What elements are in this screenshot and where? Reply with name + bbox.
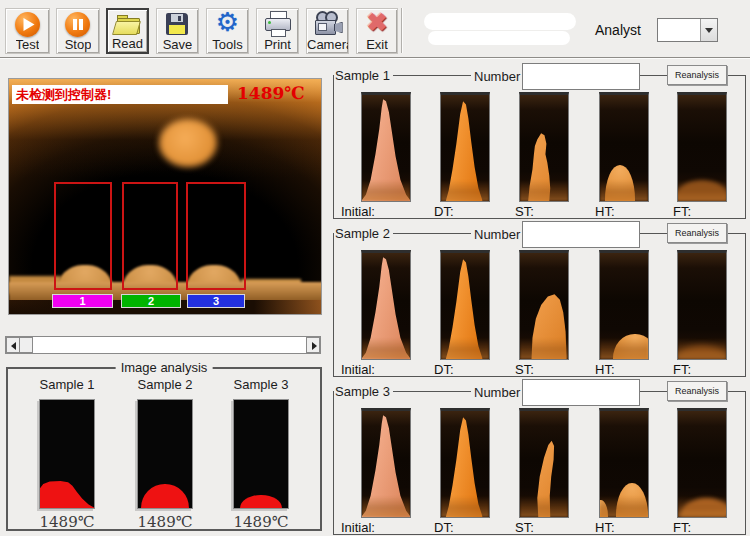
analyst-dropdown[interactable]	[657, 18, 718, 42]
test-button[interactable]: Test	[5, 8, 50, 54]
ia-sample1-thumbnail	[39, 399, 95, 509]
sample1-group: Sample 1 Number Reanalysis Initial: DT: …	[333, 75, 746, 219]
analyst-label: Analyst	[595, 22, 641, 38]
cone-shape	[362, 253, 410, 359]
stage-label-initial: Initial:	[341, 362, 375, 377]
sample2-dt-thumb	[440, 250, 490, 360]
cone-shape	[605, 165, 635, 201]
ia-sample1-temperature: 1489℃	[35, 513, 99, 531]
print-button-label: Print	[264, 37, 291, 53]
print-button[interactable]: Print	[256, 8, 299, 54]
sample2-reanalysis-button[interactable]: Reanalysis	[667, 223, 727, 243]
ia-sample2-temperature: 1489℃	[133, 513, 197, 531]
sample-marker-3: 3	[187, 294, 245, 308]
segmented-cone-shape	[240, 495, 281, 508]
play-icon	[14, 11, 42, 38]
furnace-glow	[159, 119, 217, 167]
printer-icon	[264, 11, 292, 38]
sample2-ft-thumb	[677, 250, 727, 360]
segmented-cone-shape	[141, 484, 189, 508]
image-analysis-group: Image analysis Sample 1 Sample 2 Sample …	[6, 367, 322, 531]
roi-rectangle-2[interactable]	[122, 182, 178, 290]
stage-label-ft: FT:	[673, 520, 691, 535]
stage-label-dt: DT:	[434, 204, 454, 219]
ia-sample1-label: Sample 1	[27, 377, 107, 392]
sample2-number-input[interactable]	[522, 221, 640, 248]
cone-shape	[599, 500, 608, 517]
ia-sample3-label: Sample 3	[221, 377, 301, 392]
stop-button-label: Stop	[65, 37, 92, 53]
stage-label-initial: Initial:	[341, 520, 375, 535]
roi-rectangle-1[interactable]	[54, 182, 112, 290]
image-analysis-title: Image analysis	[116, 360, 213, 375]
sample3-number-label: Number	[471, 385, 523, 400]
cone-shape	[677, 346, 727, 359]
toolbar-separator	[401, 8, 403, 53]
close-x-icon: ✖	[363, 11, 391, 38]
sample2-group: Sample 2 Number Reanalysis Initial: DT: …	[333, 233, 746, 377]
camera-button[interactable]: Camera	[306, 8, 349, 54]
ia-sample2-thumbnail	[137, 399, 193, 509]
camera-button-label: Camera	[307, 37, 348, 53]
sample1-dt-thumb	[440, 92, 490, 202]
cone-shape	[520, 411, 568, 517]
sample1-reanalysis-button[interactable]: Reanalysis	[667, 65, 727, 85]
stage-label-st: ST:	[515, 520, 534, 535]
sample1-ft-thumb	[677, 92, 727, 202]
furnace-camera-view[interactable]: 1 2 3 未检测到控制器! 1489℃	[8, 78, 322, 315]
sample3-dt-thumb	[440, 408, 490, 518]
stage-label-st: ST:	[515, 362, 534, 377]
stage-label-ft: FT:	[673, 362, 691, 377]
sample-marker-2: 2	[121, 294, 181, 308]
ia-sample2-label: Sample 2	[125, 377, 205, 392]
save-button-label: Save	[163, 37, 193, 53]
cone-shape	[441, 411, 489, 517]
stage-label-dt: DT:	[434, 362, 454, 377]
read-button[interactable]: Read	[106, 8, 149, 54]
tools-button[interactable]: ⚙ Tools	[206, 8, 249, 54]
sample3-ht-thumb	[599, 408, 649, 518]
sample2-initial-thumb	[361, 250, 411, 360]
sample1-title: Sample 1	[334, 68, 393, 83]
scrollbar-thumb[interactable]	[19, 337, 33, 353]
cone-shape	[441, 95, 489, 201]
sample3-st-thumb	[519, 408, 569, 518]
stage-label-ht: HT:	[595, 362, 615, 377]
sample1-initial-thumb	[361, 92, 411, 202]
sample-marker-1: 1	[52, 294, 113, 308]
cone-shape	[520, 253, 568, 359]
segmented-cone-shape	[40, 478, 94, 508]
sample3-title: Sample 3	[334, 384, 393, 399]
stop-button[interactable]: Stop	[56, 8, 100, 54]
sample2-ht-thumb	[599, 250, 649, 360]
sample3-reanalysis-button[interactable]: Reanalysis	[667, 381, 727, 401]
gear-icon: ⚙	[214, 11, 242, 38]
controller-alert-message: 未检测到控制器!	[12, 85, 228, 104]
horizontal-scrollbar[interactable]	[5, 336, 321, 354]
redacted-area	[424, 13, 576, 30]
tools-button-label: Tools	[212, 37, 242, 53]
redacted-area	[428, 31, 570, 45]
sample3-number-input[interactable]	[522, 379, 640, 406]
roi-rectangle-3[interactable]	[186, 182, 246, 290]
chevron-down-icon[interactable]	[700, 19, 717, 41]
exit-button[interactable]: ✖ Exit	[356, 8, 398, 54]
save-button[interactable]: Save	[156, 8, 199, 54]
cone-shape	[362, 95, 410, 201]
cone-shape	[362, 411, 410, 517]
cone-shape	[441, 253, 489, 359]
cone-shape	[677, 180, 727, 201]
app-window: Test Stop Read Save ⚙ Tools Print Camera…	[0, 0, 750, 536]
sample1-number-input[interactable]	[522, 63, 640, 90]
stage-label-ft: FT:	[673, 204, 691, 219]
stage-label-ht: HT:	[595, 520, 615, 535]
sample3-ft-thumb	[677, 408, 727, 518]
scroll-right-icon[interactable]	[306, 337, 320, 353]
floppy-disk-icon	[164, 11, 192, 38]
sample2-st-thumb	[519, 250, 569, 360]
stage-label-st: ST:	[515, 204, 534, 219]
scroll-left-icon[interactable]	[6, 337, 20, 353]
pause-icon	[64, 11, 92, 38]
cone-shape	[520, 95, 568, 201]
test-button-label: Test	[16, 37, 40, 53]
